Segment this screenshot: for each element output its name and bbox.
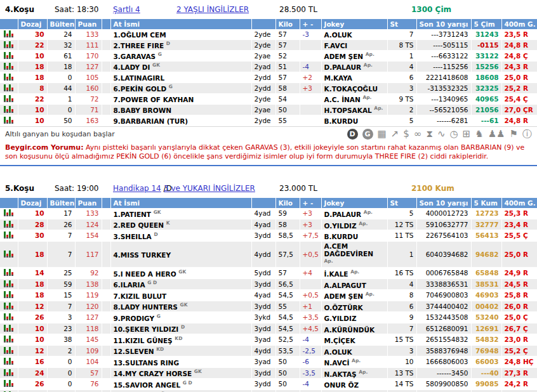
- horse-name-cell[interactable]: 1.OĞLUM CEM: [110, 29, 251, 40]
- info-icon[interactable]: ⓘ: [522, 129, 532, 140]
- horse-name-cell[interactable]: 9.BARBARIAN (TUR): [110, 115, 251, 126]
- form-chart-icon[interactable]: [4, 313, 13, 320]
- form-chart-icon[interactable]: [4, 209, 13, 216]
- jockey-cell[interactable]: N.AVCİ Ap.: [321, 356, 387, 368]
- stopwatch-icon[interactable]: ◷: [450, 129, 458, 140]
- form-chart-icon[interactable]: [4, 105, 13, 113]
- horse-name-cell[interactable]: 11.KIZIL GÜNEŞ KD: [110, 334, 251, 346]
- last10-cell: --56521056: [416, 105, 471, 115]
- jockey-cell[interactable]: A.C. İNAN Ap.: [321, 94, 387, 105]
- jockey-cell[interactable]: A.OLUK: [321, 345, 387, 356]
- form-chart-icon[interactable]: [4, 116, 13, 124]
- jockey-cell[interactable]: A.CEM DAĞDEVİREN Ap.: [321, 241, 387, 268]
- jockey-cell[interactable]: B.KURDU: [321, 115, 387, 126]
- form-chart-icon[interactable]: [4, 324, 13, 332]
- form-chart-icon[interactable]: [4, 280, 13, 287]
- form-chart-icon[interactable]: [4, 95, 13, 102]
- horse-name-cell[interactable]: 3.GARAVAS G: [110, 51, 251, 62]
- horse-name-cell[interactable]: 6.ILARIA G D: [110, 278, 251, 290]
- dozaj-cell: 14: [18, 268, 47, 279]
- jockey-cell[interactable]: A.KÜRÜNDÜK: [321, 323, 387, 334]
- race-class-link[interactable]: 2 YAŞLI İNGİLİZLER: [176, 5, 249, 14]
- form-chart-icon[interactable]: [4, 335, 13, 343]
- finish-flag-icon[interactable]: ⚑: [510, 129, 518, 140]
- horse-name-cell[interactable]: 5.LATINAGIRL: [110, 72, 251, 83]
- age-cell: 3ydd: [251, 367, 275, 379]
- jockey-cell[interactable]: G.YILDIZ: [321, 312, 387, 323]
- form-chart-icon[interactable]: [4, 231, 13, 238]
- horse-name-cell[interactable]: 4.MISS TURKEY: [110, 241, 251, 268]
- form-chart-icon[interactable]: [4, 220, 13, 228]
- horse-name-cell[interactable]: 9.PRODIGY G: [110, 312, 251, 323]
- form-chart-icon[interactable]: [4, 346, 13, 354]
- horse-name-cell[interactable]: 8.BABY BROWN: [110, 105, 251, 115]
- jockey-cell[interactable]: F.AVCI: [321, 40, 387, 51]
- line-chart-icon[interactable]: ∿: [437, 129, 446, 140]
- horse-name-cell[interactable]: 6.PEKİN GOLD G: [110, 83, 251, 94]
- jockey-cell[interactable]: H.TOPSAKAL Ap.: [321, 105, 387, 115]
- form-chart-icon[interactable]: [4, 41, 13, 48]
- puan-cell: 104: [75, 356, 102, 368]
- horse-name-cell[interactable]: 2.THREE FIRE D: [110, 40, 251, 51]
- horse-name-cell[interactable]: 15.SAVIOR ANGEL G D: [110, 379, 251, 390]
- horse-name-cell[interactable]: 1.PATIENT GK: [110, 208, 251, 219]
- horse-name-cell[interactable]: 7.KIZIL BULUT: [110, 290, 251, 301]
- form-chart-icon[interactable]: [4, 291, 13, 298]
- d-badge[interactable]: D: [347, 129, 358, 140]
- horse-name-cell[interactable]: 16.RIO FACE D: [110, 389, 251, 392]
- horse-name-cell[interactable]: 2.RED QUEEN K: [110, 219, 251, 230]
- horse-name-cell[interactable]: 7.POWER OF KAYHAN: [110, 94, 251, 105]
- jockey-cell[interactable]: A.ALPAGUT: [321, 278, 387, 290]
- binoculars-icon[interactable]: ∞: [414, 129, 422, 140]
- horse-name-cell[interactable]: 8.LADY HUNTERS GK: [110, 301, 251, 312]
- jockey-cell[interactable]: ADEM ŞEN Ap.: [321, 290, 387, 301]
- horses-icon[interactable]: ♞: [475, 129, 483, 140]
- horse-name-cell[interactable]: 13.SULTANS RING: [110, 356, 251, 368]
- m400-cell: 26,0 R: [501, 301, 537, 312]
- jockey-cell[interactable]: N.AKTAŞ Ap.: [321, 367, 387, 379]
- dozaj-cell: 26: [18, 379, 47, 390]
- jockey-name: ONUR ÖZ: [324, 381, 359, 389]
- kilo-cell: 54,5: [275, 323, 300, 334]
- form-chart-icon[interactable]: [4, 268, 13, 276]
- form-chart-icon[interactable]: [4, 51, 13, 59]
- horse-name-cell[interactable]: 12.SLEVEN KD: [110, 345, 251, 356]
- form-chart-icon[interactable]: [4, 84, 13, 91]
- jockey-cell[interactable]: H.ŞİMŞEK: [321, 389, 387, 392]
- jockey-cell[interactable]: B.KURDU: [321, 230, 387, 242]
- horse-name-cell[interactable]: 5.I NEED A HERO GK: [110, 268, 251, 279]
- race-condition-link[interactable]: Şartlı 4: [113, 5, 140, 14]
- horse-name-cell[interactable]: 3.SHEILLA D: [110, 230, 251, 242]
- money-icon[interactable]: $: [403, 129, 409, 140]
- jockey-cell[interactable]: İ.KALE Ap.: [321, 268, 387, 279]
- form-chart-icon[interactable]: [4, 357, 13, 365]
- form-table-icon[interactable]: ▦: [378, 129, 387, 140]
- race-class-link[interactable]: 3 ve YUKARI İNGİLİZLER: [164, 184, 255, 193]
- form-chart-icon[interactable]: [4, 369, 13, 376]
- crowd-icon[interactable]: ♟♟: [488, 129, 505, 140]
- form-chart-icon[interactable]: [4, 379, 13, 387]
- jockey-cell[interactable]: M.ÇİÇEK: [321, 334, 387, 346]
- form-chart-icon[interactable]: [4, 62, 13, 70]
- jockey-cell[interactable]: O.ÖZTÜRK: [321, 301, 387, 312]
- form-chart-icon[interactable]: [4, 73, 13, 81]
- g-badge[interactable]: G: [362, 129, 373, 140]
- horse-name-cell[interactable]: 14.MY CRAZY HORSE GK: [110, 367, 251, 379]
- performance-icon[interactable]: ↗: [391, 129, 399, 140]
- calculator-icon[interactable]: ⊞: [463, 129, 471, 140]
- jockey-cell[interactable]: A.OLUK: [321, 29, 387, 40]
- jockey-cell[interactable]: D.PALAUR Ap.: [321, 62, 387, 72]
- jockey-cell[interactable]: ONUR ÖZ: [321, 379, 387, 390]
- jockey-cell[interactable]: D.PALAUR Ap.: [321, 208, 387, 219]
- jockey-cell[interactable]: ADEM ŞEN Ap.: [321, 51, 387, 62]
- race-condition-link[interactable]: Handikap 14: [113, 184, 161, 193]
- form-chart-icon[interactable]: [4, 30, 13, 37]
- horse-name-cell[interactable]: 4.LADY DI GK: [110, 62, 251, 72]
- jockey-cell[interactable]: O.YILDIZ Ap.: [321, 219, 387, 230]
- jockey-cell[interactable]: M.KAYA: [321, 72, 387, 83]
- hourglass-icon[interactable]: ⧗: [426, 129, 433, 140]
- horse-name-cell[interactable]: 10.ŞEKER YILDIZI D: [110, 323, 251, 334]
- form-chart-icon[interactable]: [4, 250, 13, 258]
- jockey-cell[interactable]: K.TOKAÇOĞLU: [321, 83, 387, 94]
- form-chart-icon[interactable]: [4, 302, 13, 310]
